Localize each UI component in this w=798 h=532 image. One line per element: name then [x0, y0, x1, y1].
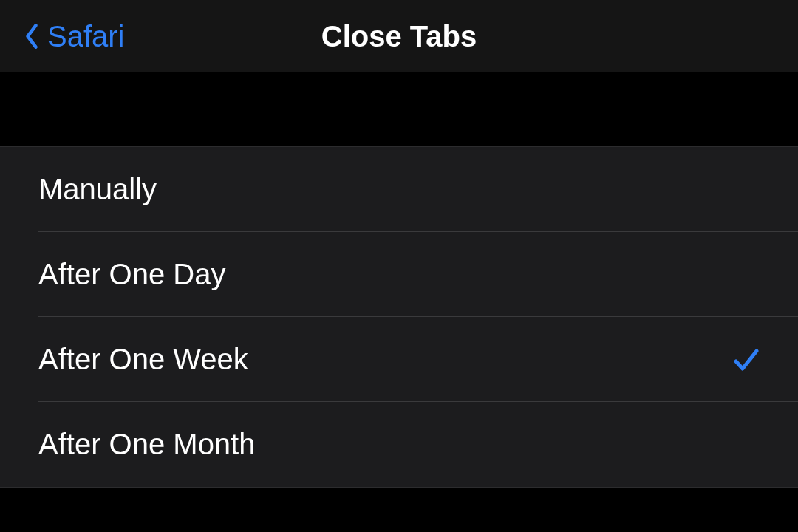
- option-after-one-day[interactable]: After One Day: [0, 232, 798, 317]
- option-after-one-month[interactable]: After One Month: [0, 402, 798, 487]
- back-button[interactable]: Safari: [22, 20, 125, 53]
- option-label: Manually: [38, 173, 157, 206]
- close-tabs-options: Manually After One Day After One Week Af…: [0, 146, 798, 488]
- option-label: After One Day: [38, 258, 225, 291]
- section-spacer: [0, 72, 798, 146]
- option-after-one-week[interactable]: After One Week: [0, 317, 798, 402]
- checkmark-icon: [730, 344, 763, 376]
- navigation-bar: Safari Close Tabs: [0, 0, 798, 72]
- option-label: After One Month: [38, 428, 255, 461]
- option-label: After One Week: [38, 343, 248, 376]
- page-title: Close Tabs: [321, 20, 477, 53]
- option-manually[interactable]: Manually: [0, 147, 798, 232]
- back-button-label: Safari: [47, 20, 125, 53]
- chevron-left-icon: [22, 20, 41, 52]
